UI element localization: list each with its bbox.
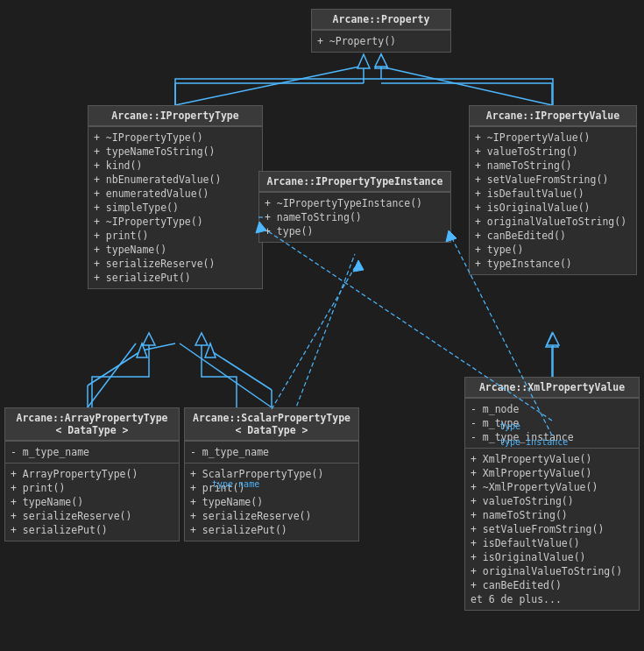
ipropertytype-box: Arcane::IPropertyType + ~IPropertyType()… bbox=[88, 105, 263, 289]
svg-marker-30 bbox=[547, 333, 559, 345]
arraypropertytype-methods: + ArrayPropertyType() + print() + typeNa… bbox=[5, 463, 179, 541]
arraypropertytype-box: Arcane::ArrayPropertyType< DataType > - … bbox=[4, 407, 180, 541]
ipropertytypeinstance-title: Arcane::IPropertyTypeInstance bbox=[259, 172, 450, 192]
arraypropertytype-fields: - m_type_name bbox=[5, 442, 179, 463]
svg-marker-36 bbox=[353, 260, 364, 272]
svg-marker-5 bbox=[357, 54, 370, 68]
svg-line-0 bbox=[175, 66, 364, 105]
property-methods: + ~Property() bbox=[312, 31, 450, 52]
svg-line-11 bbox=[142, 343, 175, 350]
svg-line-20 bbox=[88, 343, 136, 407]
xmlpropertyvalue-fields: - m_node - m_type - m_type_instance bbox=[465, 399, 639, 448]
svg-line-10 bbox=[88, 350, 142, 386]
svg-marker-26 bbox=[375, 54, 387, 67]
xmlpropertyvalue-box: Arcane::XmlPropertyValue - m_node - m_ty… bbox=[464, 377, 640, 611]
svg-marker-28 bbox=[195, 333, 208, 345]
svg-line-14 bbox=[210, 350, 272, 390]
arraypropertytype-title: Arcane::ArrayPropertyType< DataType > bbox=[5, 408, 179, 441]
property-box: Arcane::Property + ~Property() bbox=[311, 9, 451, 53]
svg-marker-15 bbox=[205, 343, 216, 357]
scalarpropertytype-box: Arcane::ScalarPropertyType< DataType > -… bbox=[184, 407, 359, 541]
svg-line-35 bbox=[272, 267, 355, 409]
ipropertytype-methods: + ~IPropertyType() + typeNameToString() … bbox=[88, 127, 262, 288]
method-line: + ~Property() bbox=[317, 34, 445, 48]
xmlpropertyvalue-title: Arcane::XmlPropertyValue bbox=[465, 378, 639, 398]
svg-line-1 bbox=[377, 66, 552, 105]
scalarpropertytype-title: Arcane::ScalarPropertyType< DataType > bbox=[185, 408, 358, 441]
ipropertyvalue-title: Arcane::IPropertyValue bbox=[470, 106, 636, 126]
svg-marker-12 bbox=[137, 343, 147, 357]
ipropertyvalue-box: Arcane::IPropertyValue + ~IPropertyValue… bbox=[469, 105, 637, 275]
ipropertytypeinstance-box: Arcane::IPropertyTypeInstance + ~IProper… bbox=[258, 171, 451, 243]
scalarpropertytype-methods: + ScalarPropertyType() + print() + typeN… bbox=[185, 463, 358, 541]
diagram-container: type name type type instance Arcane::Pro… bbox=[0, 0, 644, 651]
svg-marker-8 bbox=[375, 54, 387, 68]
xmlpropertyvalue-methods: + XmlPropertyValue() + XmlPropertyValue(… bbox=[465, 449, 639, 610]
svg-marker-19 bbox=[546, 333, 558, 347]
svg-line-21 bbox=[180, 343, 272, 407]
ipropertytype-title: Arcane::IPropertyType bbox=[88, 106, 262, 126]
property-title: Arcane::Property bbox=[312, 10, 450, 30]
svg-marker-27 bbox=[143, 333, 155, 345]
scalarpropertytype-fields: - m_type_name bbox=[185, 442, 358, 463]
ipropertyvalue-methods: + ~IPropertyValue() + valueToString() + … bbox=[470, 127, 636, 274]
ipropertytypeinstance-methods: + ~IPropertyTypeInstance() + nameToStrin… bbox=[259, 193, 450, 242]
